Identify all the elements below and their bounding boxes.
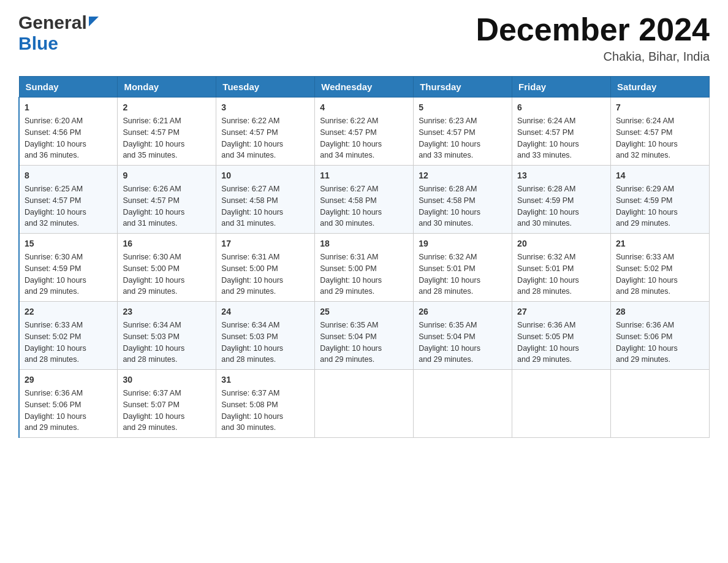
weekday-header-row: SundayMondayTuesdayWednesdayThursdayFrid…: [19, 77, 710, 98]
calendar-cell: 31Sunrise: 6:37 AMSunset: 5:08 PMDayligh…: [216, 370, 315, 438]
day-info: Sunrise: 6:29 AMSunset: 4:59 PMDaylight:…: [616, 183, 704, 229]
day-info: Sunrise: 6:36 AMSunset: 5:06 PMDaylight:…: [25, 388, 112, 434]
weekday-header-friday: Friday: [512, 77, 611, 98]
calendar-cell: 18Sunrise: 6:31 AMSunset: 5:00 PMDayligh…: [315, 234, 414, 302]
day-info: Sunrise: 6:22 AMSunset: 4:57 PMDaylight:…: [320, 115, 408, 161]
day-info: Sunrise: 6:25 AMSunset: 4:57 PMDaylight:…: [25, 183, 112, 229]
calendar-cell: 8Sunrise: 6:25 AMSunset: 4:57 PMDaylight…: [19, 166, 118, 234]
calendar-cell: 2Sunrise: 6:21 AMSunset: 4:57 PMDaylight…: [118, 98, 216, 166]
calendar-cell: 24Sunrise: 6:34 AMSunset: 5:03 PMDayligh…: [216, 302, 315, 370]
calendar-week-row: 22Sunrise: 6:33 AMSunset: 5:02 PMDayligh…: [19, 302, 710, 370]
day-number: 11: [320, 169, 408, 182]
day-number: 6: [517, 101, 605, 114]
weekday-header-thursday: Thursday: [414, 77, 512, 98]
calendar-cell: 23Sunrise: 6:34 AMSunset: 5:03 PMDayligh…: [118, 302, 216, 370]
day-number: 29: [25, 373, 112, 386]
day-number: 30: [123, 373, 211, 386]
day-info: Sunrise: 6:37 AMSunset: 5:08 PMDaylight:…: [221, 388, 309, 434]
calendar-header: SundayMondayTuesdayWednesdayThursdayFrid…: [19, 77, 710, 98]
day-number: 26: [419, 305, 507, 318]
weekday-header-tuesday: Tuesday: [216, 77, 315, 98]
day-number: 3: [221, 101, 309, 114]
day-number: 25: [320, 305, 408, 318]
day-number: 4: [320, 101, 408, 114]
day-info: Sunrise: 6:35 AMSunset: 5:04 PMDaylight:…: [419, 320, 507, 366]
day-number: 22: [25, 305, 112, 318]
calendar-cell: 11Sunrise: 6:27 AMSunset: 4:58 PMDayligh…: [315, 166, 414, 234]
day-info: Sunrise: 6:27 AMSunset: 4:58 PMDaylight:…: [320, 183, 408, 229]
day-info: Sunrise: 6:33 AMSunset: 5:02 PMDaylight:…: [25, 320, 112, 366]
day-info: Sunrise: 6:27 AMSunset: 4:58 PMDaylight:…: [221, 183, 309, 229]
day-info: Sunrise: 6:34 AMSunset: 5:03 PMDaylight:…: [123, 320, 211, 366]
calendar-week-row: 29Sunrise: 6:36 AMSunset: 5:06 PMDayligh…: [19, 370, 710, 438]
day-info: Sunrise: 6:32 AMSunset: 5:01 PMDaylight:…: [419, 251, 507, 297]
day-info: Sunrise: 6:22 AMSunset: 4:57 PMDaylight:…: [221, 115, 309, 161]
calendar-cell: [611, 370, 710, 438]
location-text: Chakia, Bihar, India: [476, 50, 710, 64]
calendar-cell: 14Sunrise: 6:29 AMSunset: 4:59 PMDayligh…: [611, 166, 710, 234]
day-info: Sunrise: 6:37 AMSunset: 5:07 PMDaylight:…: [123, 388, 211, 434]
calendar-cell: 22Sunrise: 6:33 AMSunset: 5:02 PMDayligh…: [19, 302, 118, 370]
day-number: 19: [419, 237, 507, 250]
day-number: 20: [517, 237, 605, 250]
weekday-header-saturday: Saturday: [611, 77, 710, 98]
calendar-cell: 7Sunrise: 6:24 AMSunset: 4:57 PMDaylight…: [611, 98, 710, 166]
day-info: Sunrise: 6:35 AMSunset: 5:04 PMDaylight:…: [320, 320, 408, 366]
day-number: 14: [616, 169, 704, 182]
weekday-header-monday: Monday: [118, 77, 216, 98]
day-info: Sunrise: 6:24 AMSunset: 4:57 PMDaylight:…: [517, 115, 605, 161]
day-number: 27: [517, 305, 605, 318]
month-title: December 2024: [476, 12, 710, 47]
calendar-cell: 27Sunrise: 6:36 AMSunset: 5:05 PMDayligh…: [512, 302, 611, 370]
day-number: 8: [25, 169, 112, 182]
calendar-body: 1Sunrise: 6:20 AMSunset: 4:56 PMDaylight…: [19, 98, 710, 438]
calendar-cell: 6Sunrise: 6:24 AMSunset: 4:57 PMDaylight…: [512, 98, 611, 166]
calendar-cell: 20Sunrise: 6:32 AMSunset: 5:01 PMDayligh…: [512, 234, 611, 302]
calendar-cell: [512, 370, 611, 438]
day-info: Sunrise: 6:31 AMSunset: 5:00 PMDaylight:…: [221, 251, 309, 297]
day-info: Sunrise: 6:26 AMSunset: 4:57 PMDaylight:…: [123, 183, 211, 229]
calendar-week-row: 8Sunrise: 6:25 AMSunset: 4:57 PMDaylight…: [19, 166, 710, 234]
day-number: 9: [123, 169, 211, 182]
day-number: 21: [616, 237, 704, 250]
day-number: 13: [517, 169, 605, 182]
calendar-week-row: 1Sunrise: 6:20 AMSunset: 4:56 PMDaylight…: [19, 98, 710, 166]
day-number: 24: [221, 305, 309, 318]
day-number: 7: [616, 101, 704, 114]
day-info: Sunrise: 6:28 AMSunset: 4:58 PMDaylight:…: [419, 183, 507, 229]
logo-blue-text: Blue: [18, 33, 58, 54]
calendar-week-row: 15Sunrise: 6:30 AMSunset: 4:59 PMDayligh…: [19, 234, 710, 302]
day-number: 23: [123, 305, 211, 318]
calendar-cell: [315, 370, 414, 438]
day-number: 1: [25, 101, 112, 114]
calendar-cell: 13Sunrise: 6:28 AMSunset: 4:59 PMDayligh…: [512, 166, 611, 234]
calendar-table: SundayMondayTuesdayWednesdayThursdayFrid…: [18, 76, 710, 438]
day-info: Sunrise: 6:30 AMSunset: 5:00 PMDaylight:…: [123, 251, 211, 297]
title-block: December 2024 Chakia, Bihar, India: [476, 12, 710, 64]
calendar-cell: 16Sunrise: 6:30 AMSunset: 5:00 PMDayligh…: [118, 234, 216, 302]
day-info: Sunrise: 6:24 AMSunset: 4:57 PMDaylight:…: [616, 115, 704, 161]
calendar-cell: 9Sunrise: 6:26 AMSunset: 4:57 PMDaylight…: [118, 166, 216, 234]
day-number: 5: [419, 101, 507, 114]
day-info: Sunrise: 6:28 AMSunset: 4:59 PMDaylight:…: [517, 183, 605, 229]
logo-general-text: General: [18, 12, 87, 33]
calendar-cell: 28Sunrise: 6:36 AMSunset: 5:06 PMDayligh…: [611, 302, 710, 370]
calendar-cell: 15Sunrise: 6:30 AMSunset: 4:59 PMDayligh…: [19, 234, 118, 302]
day-number: 17: [221, 237, 309, 250]
day-number: 31: [221, 373, 309, 386]
day-number: 12: [419, 169, 507, 182]
day-number: 2: [123, 101, 211, 114]
day-info: Sunrise: 6:20 AMSunset: 4:56 PMDaylight:…: [25, 115, 112, 161]
calendar-cell: 17Sunrise: 6:31 AMSunset: 5:00 PMDayligh…: [216, 234, 315, 302]
logo-triangle-icon: [89, 17, 99, 26]
day-info: Sunrise: 6:33 AMSunset: 5:02 PMDaylight:…: [616, 251, 704, 297]
day-number: 28: [616, 305, 704, 318]
calendar-cell: 3Sunrise: 6:22 AMSunset: 4:57 PMDaylight…: [216, 98, 315, 166]
weekday-header-wednesday: Wednesday: [315, 77, 414, 98]
day-number: 10: [221, 169, 309, 182]
calendar-cell: 12Sunrise: 6:28 AMSunset: 4:58 PMDayligh…: [414, 166, 512, 234]
day-info: Sunrise: 6:21 AMSunset: 4:57 PMDaylight:…: [123, 115, 211, 161]
day-number: 18: [320, 237, 408, 250]
day-info: Sunrise: 6:32 AMSunset: 5:01 PMDaylight:…: [517, 251, 605, 297]
calendar-cell: 21Sunrise: 6:33 AMSunset: 5:02 PMDayligh…: [611, 234, 710, 302]
